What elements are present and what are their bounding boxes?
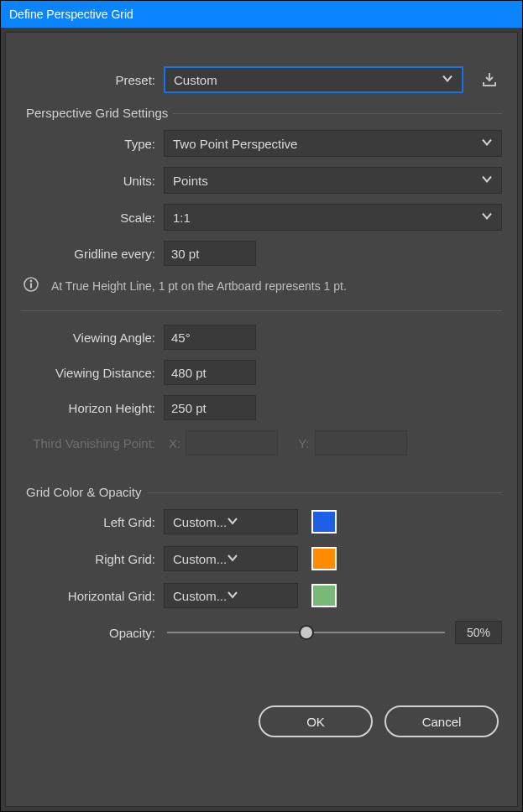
left-grid-label: Left Grid: bbox=[21, 515, 164, 529]
horizon-height-input[interactable] bbox=[164, 395, 256, 420]
gridline-label: Gridline every: bbox=[21, 247, 164, 261]
type-select-value: Two Point Perspective bbox=[173, 137, 297, 151]
chevron-down-icon bbox=[227, 552, 238, 566]
grid-color-opacity-group: Grid Color & Opacity Left Grid: Custom..… bbox=[21, 492, 502, 675]
cancel-button[interactable]: Cancel bbox=[384, 705, 499, 737]
horizontal-grid-row: Horizontal Grid: Custom... bbox=[21, 583, 502, 608]
horizontal-grid-label: Horizontal Grid: bbox=[21, 589, 164, 603]
viewing-angle-label: Viewing Angle: bbox=[21, 331, 164, 345]
third-vp-label: Third Vanishing Point: bbox=[21, 436, 164, 450]
opacity-slider[interactable] bbox=[167, 620, 445, 645]
units-row: Units: Points bbox=[21, 167, 502, 194]
left-grid-row: Left Grid: Custom... bbox=[21, 509, 502, 534]
dialog-footer: OK Cancel bbox=[21, 705, 502, 737]
scale-select-value: 1:1 bbox=[173, 211, 191, 225]
scale-info-text: At True Height Line, 1 pt on the Artboar… bbox=[51, 279, 347, 293]
type-select[interactable]: Two Point Perspective bbox=[164, 130, 502, 157]
third-vp-x-input bbox=[186, 430, 278, 455]
third-vp-x-label: X: bbox=[169, 436, 180, 450]
svg-point-1 bbox=[30, 280, 33, 283]
divider bbox=[21, 310, 502, 311]
type-label: Type: bbox=[21, 137, 164, 151]
viewing-distance-row: Viewing Distance: bbox=[21, 360, 502, 385]
title-bar: Define Perspective Grid bbox=[1, 1, 522, 28]
left-grid-color-select[interactable]: Custom... bbox=[164, 509, 298, 534]
preset-select-value: Custom bbox=[174, 73, 217, 87]
left-grid-swatch[interactable] bbox=[311, 510, 337, 534]
third-vp-y-label: Y: bbox=[298, 436, 309, 450]
preset-label: Preset: bbox=[21, 73, 164, 87]
right-grid-color-select[interactable]: Custom... bbox=[164, 546, 298, 571]
svg-rect-2 bbox=[30, 284, 32, 289]
chevron-down-icon bbox=[481, 137, 493, 151]
opacity-row: Opacity: 50% bbox=[21, 620, 502, 645]
units-select[interactable]: Points bbox=[164, 167, 502, 194]
right-grid-row: Right Grid: Custom... bbox=[21, 546, 502, 571]
viewing-angle-input[interactable] bbox=[164, 325, 256, 350]
chevron-down-icon bbox=[227, 589, 238, 603]
left-grid-color-value: Custom... bbox=[173, 515, 227, 529]
horizontal-grid-swatch[interactable] bbox=[311, 584, 337, 607]
preset-select[interactable]: Custom bbox=[164, 66, 463, 93]
preset-row: Preset: Custom bbox=[21, 66, 502, 93]
opacity-value[interactable]: 50% bbox=[455, 621, 502, 644]
right-grid-label: Right Grid: bbox=[21, 552, 164, 566]
third-vp-y-input bbox=[315, 430, 407, 455]
info-icon bbox=[21, 276, 51, 295]
dialog-content: Preset: Custom Perspective Grid Settings… bbox=[5, 32, 518, 807]
right-grid-color-value: Custom... bbox=[173, 552, 227, 566]
horizon-height-row: Horizon Height: bbox=[21, 395, 502, 420]
slider-thumb[interactable] bbox=[299, 625, 314, 640]
viewing-angle-row: Viewing Angle: bbox=[21, 325, 502, 350]
gridline-input[interactable] bbox=[164, 241, 256, 266]
horizontal-grid-color-value: Custom... bbox=[173, 589, 227, 603]
scale-row: Scale: 1:1 bbox=[21, 204, 502, 231]
opacity-label: Opacity: bbox=[21, 626, 164, 640]
scale-label: Scale: bbox=[21, 211, 164, 225]
viewing-distance-input[interactable] bbox=[164, 360, 256, 385]
units-label: Units: bbox=[21, 174, 164, 188]
right-grid-swatch[interactable] bbox=[311, 547, 337, 570]
chevron-down-icon bbox=[481, 211, 493, 225]
window-title: Define Perspective Grid bbox=[9, 8, 133, 21]
third-vanishing-point-row: Third Vanishing Point: X: Y: bbox=[21, 430, 502, 455]
units-select-value: Points bbox=[173, 174, 208, 188]
horizon-height-label: Horizon Height: bbox=[21, 401, 164, 415]
dialog-window: Define Perspective Grid Preset: Custom P… bbox=[0, 0, 523, 812]
import-preset-icon[interactable] bbox=[477, 71, 502, 88]
ok-button[interactable]: OK bbox=[259, 705, 373, 737]
chevron-down-icon bbox=[442, 73, 453, 87]
chevron-down-icon bbox=[481, 174, 493, 188]
chevron-down-icon bbox=[227, 515, 238, 529]
horizontal-grid-color-select[interactable]: Custom... bbox=[164, 583, 298, 608]
scale-info-row: At True Height Line, 1 pt on the Artboar… bbox=[21, 276, 502, 295]
scale-select[interactable]: 1:1 bbox=[164, 204, 502, 231]
gridline-row: Gridline every: bbox=[21, 241, 502, 266]
perspective-grid-settings-group: Perspective Grid Settings Type: Two Poin… bbox=[21, 113, 502, 474]
color-opacity-legend: Grid Color & Opacity bbox=[21, 485, 147, 499]
grid-settings-legend: Perspective Grid Settings bbox=[21, 106, 173, 120]
viewing-distance-label: Viewing Distance: bbox=[21, 366, 164, 380]
type-row: Type: Two Point Perspective bbox=[21, 130, 502, 157]
